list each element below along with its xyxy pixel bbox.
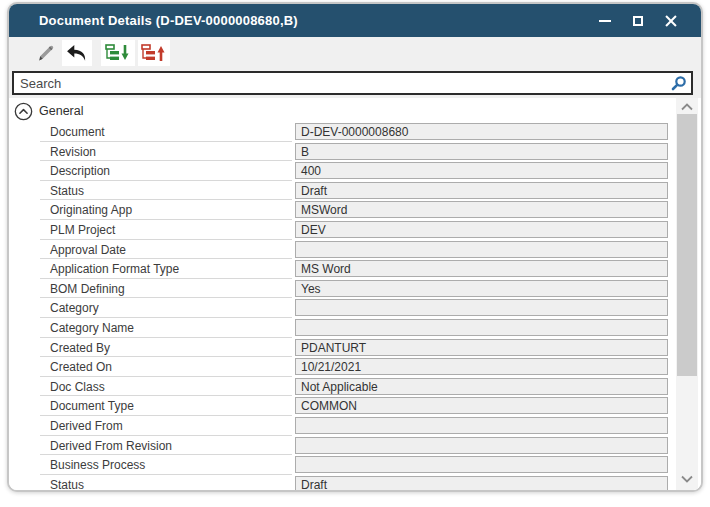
field-value[interactable] xyxy=(295,319,668,336)
field-row-created-by: Created By PDANTURT xyxy=(9,338,701,358)
field-row-status: Status Draft xyxy=(9,181,701,201)
field-row-category: Category xyxy=(9,298,701,318)
minimize-button[interactable] xyxy=(588,4,621,37)
field-row-originating-app: Originating App MSWord xyxy=(9,200,701,220)
field-row-status: Status Draft xyxy=(9,475,701,490)
field-label: Originating App xyxy=(50,203,132,217)
field-row-description: Description 400 xyxy=(9,161,701,181)
field-row-document: Document D-DEV-0000008680 xyxy=(9,122,701,142)
section-general-label: General xyxy=(39,104,83,118)
field-label: Derived From xyxy=(50,419,123,433)
window-title: Document Details (D-DEV-0000008680,B) xyxy=(9,13,298,28)
field-value[interactable] xyxy=(295,437,668,454)
field-label: Status xyxy=(50,478,84,490)
field-value[interactable]: DEV xyxy=(295,221,668,238)
field-row-doc-class: Doc Class Not Applicable xyxy=(9,377,701,397)
toolbar xyxy=(9,37,701,68)
field-label: Category xyxy=(50,301,99,315)
field-value[interactable]: D-DEV-0000008680 xyxy=(295,123,668,140)
field-row-created-on: Created On 10/21/2021 xyxy=(9,357,701,377)
field-value[interactable]: Draft xyxy=(295,476,668,490)
edit-button[interactable] xyxy=(33,40,59,66)
field-value[interactable] xyxy=(295,417,668,434)
field-value[interactable]: MSWord xyxy=(295,201,668,218)
field-label: Status xyxy=(50,184,84,198)
field-label: Description xyxy=(50,164,110,178)
field-value[interactable]: 10/21/2021 xyxy=(295,358,668,375)
section-general-toggle[interactable]: General xyxy=(14,101,83,121)
undo-arrow-icon xyxy=(66,44,88,62)
window-controls xyxy=(588,4,687,37)
field-label: Created By xyxy=(50,341,110,355)
scrollbar-thumb[interactable] xyxy=(677,114,697,376)
collapse-all-icon xyxy=(141,44,167,62)
field-row-application-format-type: Application Format Type MS Word xyxy=(9,259,701,279)
field-row-category-name: Category Name xyxy=(9,318,701,338)
field-row-revision: Revision B xyxy=(9,142,701,162)
field-value[interactable]: Draft xyxy=(295,182,668,199)
field-value[interactable]: COMMON xyxy=(295,397,668,414)
close-button[interactable] xyxy=(654,4,687,37)
field-value[interactable]: MS Word xyxy=(295,260,668,277)
details-panel: General Document D-DEV-0000008680 Revisi… xyxy=(9,98,701,490)
title-bar: Document Details (D-DEV-0000008680,B) xyxy=(9,4,701,37)
field-label: Business Process xyxy=(50,458,145,472)
search-bar xyxy=(9,68,701,98)
scroll-down-button[interactable] xyxy=(676,470,698,488)
vertical-scrollbar[interactable] xyxy=(676,98,698,490)
close-icon xyxy=(665,15,677,27)
search-input[interactable] xyxy=(14,76,667,91)
expand-all-icon xyxy=(105,44,131,62)
field-label: Revision xyxy=(50,145,96,159)
undo-button[interactable] xyxy=(62,40,92,66)
field-label: PLM Project xyxy=(50,223,115,237)
field-value[interactable]: Not Applicable xyxy=(295,378,668,395)
field-label: Document Type xyxy=(50,399,134,413)
field-value[interactable] xyxy=(295,299,668,316)
maximize-button[interactable] xyxy=(621,4,654,37)
field-row-derived-from: Derived From xyxy=(9,416,701,436)
field-value[interactable]: B xyxy=(295,143,668,160)
search-box xyxy=(12,71,693,95)
maximize-icon xyxy=(633,16,643,26)
field-row-document-type: Document Type COMMON xyxy=(9,396,701,416)
field-label: Category Name xyxy=(50,321,134,335)
field-label: Derived From Revision xyxy=(50,439,172,453)
field-value[interactable] xyxy=(295,241,668,258)
field-value[interactable]: PDANTURT xyxy=(295,339,668,356)
field-row-approval-date: Approval Date xyxy=(9,240,701,260)
minimize-icon xyxy=(599,20,611,22)
document-details-window: Document Details (D-DEV-0000008680,B) xyxy=(7,2,703,492)
expand-all-button[interactable] xyxy=(101,40,135,66)
chevron-up-circle-icon[interactable] xyxy=(14,102,33,121)
field-row-derived-from-revision: Derived From Revision xyxy=(9,436,701,456)
field-row-plm-project: PLM Project DEV xyxy=(9,220,701,240)
field-row-business-process: Business Process xyxy=(9,455,701,475)
field-label: Application Format Type xyxy=(50,262,179,276)
field-value[interactable]: Yes xyxy=(295,280,668,297)
magnifier-icon[interactable] xyxy=(667,75,691,91)
field-list: Document D-DEV-0000008680 Revision B Des… xyxy=(9,122,701,490)
pencil-icon xyxy=(36,43,56,63)
field-label: BOM Defining xyxy=(50,282,125,296)
field-row-bom-defining: BOM Defining Yes xyxy=(9,279,701,299)
field-value[interactable] xyxy=(295,456,668,473)
chevron-up-icon xyxy=(681,103,693,111)
field-value[interactable]: 400 xyxy=(295,162,668,179)
field-label: Approval Date xyxy=(50,243,126,257)
collapse-all-button[interactable] xyxy=(138,40,170,66)
field-label: Doc Class xyxy=(50,380,105,394)
field-label: Document xyxy=(50,125,105,139)
field-label: Created On xyxy=(50,360,112,374)
chevron-down-icon xyxy=(681,475,693,483)
